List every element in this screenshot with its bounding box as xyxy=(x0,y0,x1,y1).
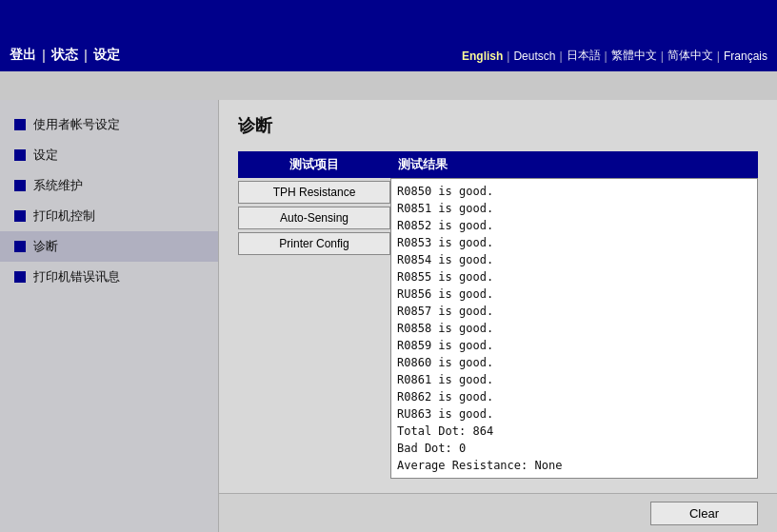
language-switcher: English | Deutsch | 日本語 | 繁體中文 | 简体中文 | … xyxy=(462,48,767,64)
sidebar-item-label: 诊断 xyxy=(33,238,58,255)
lang-traditional-chinese[interactable]: 繁體中文 xyxy=(611,48,657,64)
result-line: R0859 is good. xyxy=(397,337,751,354)
content-area: 诊断 测试项目 TPH Resistance Auto-Sensing Prin… xyxy=(219,100,777,493)
header-nav: 登出 | 状态 | 设定 xyxy=(10,47,120,64)
sidebar: 使用者帐号设定 设定 系统维护 打印机控制 诊断 打印机错误讯息 xyxy=(0,100,219,532)
lang-simplified-chinese[interactable]: 简体中文 xyxy=(667,48,713,64)
test-results-content[interactable]: R0850 is good.R0851 is good.R0852 is goo… xyxy=(390,178,758,479)
sidebar-item-label: 设定 xyxy=(33,147,58,164)
main-layout: 使用者帐号设定 设定 系统维护 打印机控制 诊断 打印机错误讯息 诊断 xyxy=(0,100,777,532)
status-link[interactable]: 状态 xyxy=(51,47,78,64)
sidebar-item-system-maintenance[interactable]: 系统维护 xyxy=(0,170,218,201)
sep1: | xyxy=(42,48,46,63)
sidebar-square-icon xyxy=(14,180,26,191)
result-line: R0858 is good. xyxy=(397,320,751,337)
lang-english[interactable]: English xyxy=(462,49,503,63)
lang-japanese[interactable]: 日本語 xyxy=(567,48,601,64)
test-items-header: 测试项目 xyxy=(238,151,390,178)
sidebar-item-label: 打印机控制 xyxy=(33,207,95,225)
sidebar-square-icon xyxy=(14,241,26,252)
result-line: R0862 is good. xyxy=(397,388,751,405)
settings-link[interactable]: 设定 xyxy=(93,47,120,64)
sidebar-item-printer-errors[interactable]: 打印机错误讯息 xyxy=(0,262,218,292)
sidebar-square-icon xyxy=(14,271,26,283)
sidebar-item-settings[interactable]: 设定 xyxy=(0,140,218,170)
lang-deutsch[interactable]: Deutsch xyxy=(513,49,555,63)
header: 登出 | 状态 | 设定 English | Deutsch | 日本語 | 繁… xyxy=(0,0,777,71)
sidebar-item-label: 打印机错误讯息 xyxy=(33,268,120,286)
logout-link[interactable]: 登出 xyxy=(10,47,36,64)
bottom-bar: Clear xyxy=(219,493,777,532)
sidebar-item-label: 系统维护 xyxy=(33,177,83,194)
result-line: R0853 is good. xyxy=(397,234,751,251)
result-line: R0852 is good. xyxy=(397,217,751,234)
result-line: Total Dot: 864 xyxy=(397,423,751,440)
result-line: R0851 is good. xyxy=(397,200,751,217)
sidebar-square-icon xyxy=(14,210,26,222)
sep2: | xyxy=(84,48,88,63)
tab-strip xyxy=(0,71,777,100)
result-line: Bad Dot: 0 xyxy=(397,440,751,457)
lang-french[interactable]: Français xyxy=(724,49,767,63)
page-title: 诊断 xyxy=(238,114,758,137)
clear-button[interactable]: Clear xyxy=(650,502,758,525)
test-items-column: 测试项目 TPH Resistance Auto-Sensing Printer… xyxy=(238,151,390,479)
result-line: R0860 is good. xyxy=(397,354,751,371)
result-line: R0850 is good. xyxy=(397,183,751,200)
test-results-column: 测试结果 R0850 is good.R0851 is good.R0852 i… xyxy=(390,151,758,479)
sidebar-item-label: 使用者帐号设定 xyxy=(33,116,120,133)
auto-sensing-button[interactable]: Auto-Sensing xyxy=(238,207,390,229)
result-line: R0854 is good. xyxy=(397,251,751,268)
sidebar-square-icon xyxy=(14,119,26,130)
result-line: R0855 is good. xyxy=(397,268,751,286)
sidebar-square-icon xyxy=(14,149,26,161)
diagnostics-container: 测试项目 TPH Resistance Auto-Sensing Printer… xyxy=(238,151,758,479)
sidebar-item-diagnostics[interactable]: 诊断 xyxy=(0,231,218,262)
tph-resistance-button[interactable]: TPH Resistance xyxy=(238,181,390,204)
result-line: RU856 is good. xyxy=(397,286,751,303)
result-line: R0857 is good. xyxy=(397,303,751,320)
sidebar-item-user-accounts[interactable]: 使用者帐号设定 xyxy=(0,109,218,140)
sidebar-item-printer-control[interactable]: 打印机控制 xyxy=(0,201,218,231)
result-line: R0861 is good. xyxy=(397,371,751,388)
result-line: RU863 is good. xyxy=(397,405,751,423)
test-results-header: 测试结果 xyxy=(390,151,758,178)
result-line: Average Resistance: None xyxy=(397,457,751,474)
printer-config-button[interactable]: Printer Config xyxy=(238,232,390,255)
